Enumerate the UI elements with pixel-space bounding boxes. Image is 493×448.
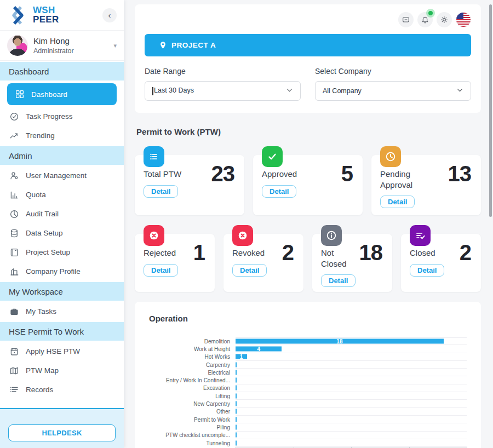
project-banner[interactable]: PROJECT A bbox=[145, 34, 471, 56]
card-value: 1 bbox=[193, 240, 205, 265]
sidebar-item-task-progress[interactable]: Task Progress bbox=[0, 107, 124, 126]
operation-card: Operation Demolition18Work at Height4Hot… bbox=[135, 302, 481, 448]
chart-bar[interactable] bbox=[236, 362, 237, 367]
chart-category-label: Hot Works bbox=[149, 354, 236, 360]
chart-bar[interactable]: 1 bbox=[236, 354, 247, 359]
sidebar-item-user-management[interactable]: User Management bbox=[0, 166, 124, 185]
sidebar-item-audit-trail[interactable]: Audit Trail bbox=[0, 204, 124, 223]
theme-button[interactable] bbox=[437, 12, 452, 27]
chart-bar[interactable] bbox=[236, 433, 237, 438]
chart-row: Carpentry bbox=[149, 361, 467, 369]
section-header: Dashboard bbox=[0, 62, 124, 81]
section-header: HSE Permit To Work bbox=[0, 322, 124, 341]
ptw-card-closed: Closed2Detail bbox=[401, 234, 481, 292]
sidebar-item-data-setup[interactable]: Data Setup bbox=[0, 223, 124, 243]
card-label: Closed bbox=[410, 248, 449, 259]
clock-check-icon bbox=[9, 112, 19, 122]
list-icon bbox=[148, 151, 160, 163]
ptw-card-approved: Approved5Detail bbox=[253, 155, 363, 215]
location-pin-icon bbox=[159, 41, 167, 49]
chart-bar[interactable] bbox=[236, 401, 237, 406]
section-header: My Workspace bbox=[0, 282, 124, 301]
sidebar-item-ptw-map[interactable]: PTW Map bbox=[0, 361, 124, 380]
sidebar-item-label: User Management bbox=[26, 171, 87, 180]
sidebar-item-project-setup[interactable]: Project Setup bbox=[0, 243, 124, 262]
chart-bar[interactable] bbox=[236, 424, 237, 429]
logo-row: WSH PEER ‹ bbox=[0, 0, 124, 31]
map-icon bbox=[9, 366, 19, 376]
chart-row: Lifting bbox=[149, 392, 467, 400]
chat-icon bbox=[402, 15, 410, 24]
sidebar-item-label: Apply HSE PTW bbox=[26, 347, 80, 355]
date-range-select[interactable]: Last 30 Days bbox=[145, 81, 301, 101]
chart-bar[interactable]: 4 bbox=[236, 346, 282, 351]
sidebar-item-company-profile[interactable]: Company Profile bbox=[0, 262, 124, 281]
clock-icon bbox=[380, 146, 401, 167]
sidebar-item-label: Task Progress bbox=[26, 112, 73, 120]
chart-row: Hot Works1 bbox=[149, 353, 467, 361]
card-label: Not Closed bbox=[321, 248, 360, 269]
chart-category-label: Permit to Work bbox=[149, 417, 236, 423]
detail-button[interactable]: Detail bbox=[144, 185, 178, 198]
flag-us-icon bbox=[456, 13, 471, 27]
user-role: Administrator bbox=[33, 47, 74, 55]
chart-row: Permit to Work bbox=[149, 416, 467, 423]
trend-icon bbox=[9, 131, 19, 141]
card-value: 18 bbox=[359, 240, 383, 265]
check-icon bbox=[262, 146, 283, 167]
chevron-down-icon: ▾ bbox=[113, 42, 117, 49]
sidebar-item-label: Quota bbox=[26, 191, 46, 199]
sidebar-item-my-tasks[interactable]: My Tasks bbox=[0, 302, 124, 321]
chart-plot-area: 4 bbox=[236, 345, 467, 353]
app-logo-icon bbox=[7, 4, 29, 26]
sidebar-item-label: Audit Trail bbox=[26, 210, 59, 218]
database-icon bbox=[9, 228, 19, 238]
detail-button[interactable]: Detail bbox=[380, 196, 415, 208]
list-check-icon bbox=[410, 225, 431, 246]
x-circle-icon bbox=[144, 225, 164, 246]
chart-bar[interactable] bbox=[236, 370, 237, 375]
card-label: Rejected bbox=[144, 248, 182, 259]
card-value: 2 bbox=[460, 240, 471, 265]
card-label: Total PTW bbox=[144, 169, 200, 180]
detail-button[interactable]: Detail bbox=[232, 264, 267, 277]
chat-button[interactable] bbox=[398, 12, 414, 27]
card-value: 2 bbox=[282, 240, 294, 265]
chart-bar[interactable] bbox=[236, 393, 237, 398]
chart-bar[interactable] bbox=[236, 409, 237, 414]
sidebar-item-trending[interactable]: Trending bbox=[0, 126, 124, 145]
sidebar-collapse-button[interactable]: ‹ bbox=[102, 8, 117, 22]
list-icon bbox=[144, 146, 164, 167]
detail-button[interactable]: Detail bbox=[410, 264, 444, 277]
chart-plot-area bbox=[236, 392, 467, 400]
sidebar-item-dashboard[interactable]: Dashboard bbox=[7, 83, 117, 105]
detail-button[interactable]: Detail bbox=[321, 274, 356, 287]
sidebar-item-apply-hse-ptw[interactable]: Apply HSE PTW bbox=[0, 342, 124, 361]
sidebar-nav: DashboardDashboardTask ProgressTrendingA… bbox=[0, 61, 124, 408]
detail-button[interactable]: Detail bbox=[144, 264, 178, 277]
chevron-down-icon bbox=[456, 87, 463, 95]
pie-chart-icon bbox=[9, 209, 19, 219]
sidebar-item-quota[interactable]: Quota bbox=[0, 185, 124, 204]
company-label: Select Company bbox=[315, 67, 471, 76]
chart-bar[interactable] bbox=[236, 417, 237, 422]
chart-bar[interactable] bbox=[236, 386, 237, 390]
flag-us-button[interactable] bbox=[456, 12, 471, 27]
sidebar-item-label: Records bbox=[26, 386, 53, 394]
bell-button[interactable] bbox=[417, 12, 433, 27]
header-card: PROJECT A Date Range Last 30 Days Select… bbox=[135, 4, 481, 113]
chart-bar[interactable] bbox=[236, 378, 237, 383]
detail-button[interactable]: Detail bbox=[262, 185, 296, 198]
helpdesk-button[interactable]: HELPDESK bbox=[8, 424, 116, 441]
chart-bar[interactable]: 18 bbox=[236, 339, 444, 344]
chart-bar[interactable] bbox=[236, 440, 237, 445]
chart-plot-area bbox=[236, 400, 467, 407]
scrollbar[interactable] bbox=[489, 4, 492, 217]
user-profile[interactable]: Kim Hong Administrator ▾ bbox=[0, 31, 124, 61]
chart-plot-area bbox=[236, 423, 467, 431]
x-circle-icon bbox=[232, 225, 253, 246]
card-value: 23 bbox=[211, 162, 235, 186]
app-logo-text: WSH PEER bbox=[33, 6, 59, 24]
company-select[interactable]: All Company bbox=[315, 81, 471, 101]
sidebar-item-records[interactable]: Records bbox=[0, 380, 124, 399]
